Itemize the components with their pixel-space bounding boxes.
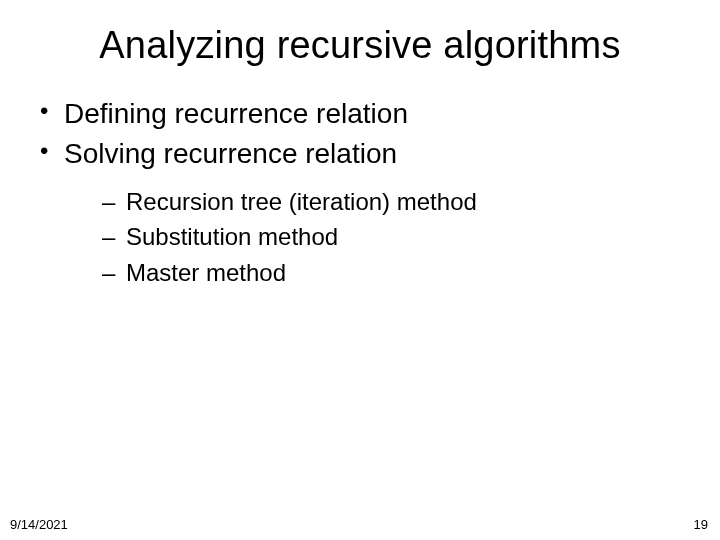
footer-page-number: 19	[694, 517, 708, 532]
slide: Analyzing recursive algorithms Defining …	[0, 0, 720, 540]
footer-date: 9/14/2021	[10, 517, 68, 532]
bullet-list-level2: Recursion tree (iteration) method Substi…	[64, 185, 684, 290]
bullet-item: Solving recurrence relation Recursion tr…	[36, 135, 684, 290]
bullet-list-level1: Defining recurrence relation Solving rec…	[36, 95, 684, 289]
bullet-item-label: Solving recurrence relation	[64, 138, 397, 169]
slide-content: Defining recurrence relation Solving rec…	[0, 95, 720, 289]
slide-title: Analyzing recursive algorithms	[0, 0, 720, 95]
bullet-item: Defining recurrence relation	[36, 95, 684, 133]
subbullet-item: Master method	[102, 256, 684, 290]
subbullet-item: Recursion tree (iteration) method	[102, 185, 684, 219]
subbullet-item: Substitution method	[102, 220, 684, 254]
